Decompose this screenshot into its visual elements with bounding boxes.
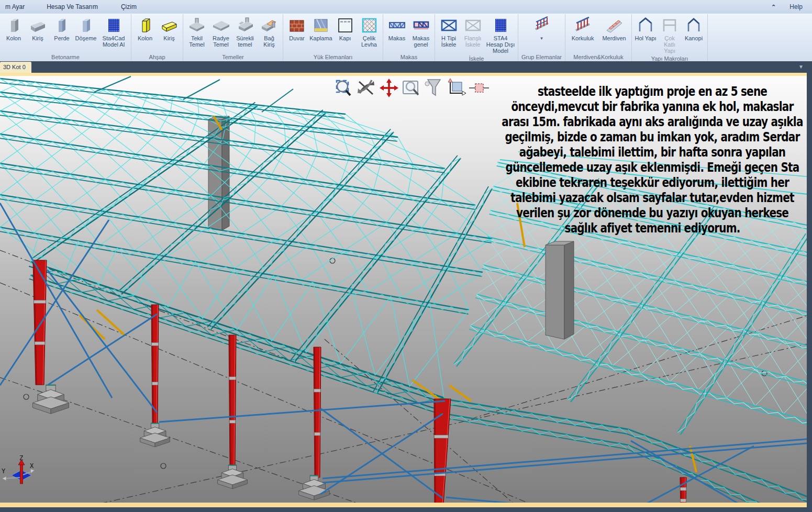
group-label-ahsap: Ahşap — [134, 53, 181, 62]
viewport-tab-3d-kot-0[interactable]: 3D Kot 0 — [0, 62, 31, 73]
section-plane-icon[interactable] — [469, 77, 489, 98]
dropdown-caret-icon[interactable]: ▾ — [540, 36, 543, 41]
makas-button[interactable]: Makas — [385, 15, 408, 42]
viewbar-dropdown-icon[interactable]: ▼ — [798, 64, 804, 70]
ucs-plane-icon[interactable] — [447, 77, 466, 98]
group-label-makas: Makas — [385, 53, 432, 62]
group-label-merdiven-korkuluk: Merdiven&Korkuluk — [568, 53, 629, 62]
help-button[interactable]: Help — [789, 3, 803, 10]
building-model-icon — [491, 16, 510, 35]
zoom-extents-icon[interactable] — [334, 77, 354, 98]
tie-beam-icon — [260, 16, 279, 35]
button-label: Tekil Temel — [185, 35, 208, 48]
button-label: Sta4Cad Model Al — [98, 35, 129, 48]
button-label: Merdiven — [602, 35, 626, 41]
kolon-betonarme-button[interactable]: Kolon — [2, 15, 25, 42]
button-label: Sürekli temel — [233, 35, 257, 48]
radye-temel-button[interactable]: Radye Temel — [209, 15, 232, 48]
button-label: Kanopi — [685, 35, 703, 41]
window-bottom-border — [0, 507, 812, 512]
viewport-bottom-edge — [0, 503, 812, 507]
steel-plate-icon — [360, 16, 379, 35]
ribbon-group-temeller: Tekil Temel Radye Temel Sürekli temel Ba… — [183, 14, 283, 62]
strip-footing-icon — [236, 16, 254, 35]
button-label: Makas genel — [409, 35, 432, 48]
door-icon — [336, 16, 354, 35]
kiris-ahsap-button[interactable]: Kiriş — [158, 15, 181, 42]
viewport-top-edge — [0, 73, 812, 76]
kolon-ahsap-button[interactable]: Kolon — [134, 15, 157, 42]
sta4-hesap-disi-model-button[interactable]: STA4 Hesap Dışı Model — [485, 15, 516, 54]
raft-footing-icon — [212, 16, 230, 35]
sta4cad-model-al-button[interactable]: Sta4Cad Model Al — [98, 15, 129, 48]
menu-item-hesap-ve-tasarim[interactable]: Hesap Ve Tasarım — [41, 1, 103, 13]
makas-genel-button[interactable]: Makas genel — [409, 15, 432, 48]
ribbon-group-iskele: H Tipi İskele Flanşlı İskele STA4 Hesap … — [435, 14, 518, 62]
merdiven-button[interactable]: Merdiven — [599, 15, 629, 42]
ribbon: Kolon Kiriş Perde Döşeme Sta4Cad Model A… — [0, 14, 812, 62]
ribbon-group-betonarme: Kolon Kiriş Perde Döşeme Sta4Cad Model A… — [0, 14, 131, 62]
group-label-temeller: Temeller — [185, 53, 281, 62]
ribbon-group-yuk-elemanlari: Duvar Kaplama Kapı Çelik Levha Yük Elema… — [283, 14, 383, 62]
rotate-view-icon[interactable] — [357, 77, 376, 98]
korkuluk-button[interactable]: Korkuluk — [568, 15, 598, 42]
button-label: Kolon — [6, 35, 21, 41]
truss-icon — [387, 16, 406, 35]
button-label: Çok Katlı Yapı — [658, 35, 681, 54]
button-label: Kiriş — [32, 35, 43, 41]
group-elements-icon — [532, 16, 551, 35]
viewport-tab-bar: 3D Kot 0 ▼ — [0, 61, 812, 73]
menu-item-cizim[interactable]: Çizim — [116, 1, 142, 13]
hol-yapi-button[interactable]: Hol Yapı — [634, 15, 657, 42]
concrete-beam-icon — [28, 16, 47, 35]
button-label: Korkuluk — [572, 35, 594, 41]
celik-levha-button[interactable]: Çelik Levha — [358, 15, 381, 48]
h-scaffold-icon — [439, 16, 458, 35]
wood-beam-icon — [160, 16, 179, 35]
grup-elemanlar-button[interactable]: ▾ — [527, 15, 557, 41]
slab-icon — [76, 16, 95, 35]
cladding-icon — [312, 16, 330, 35]
canopy-frame-icon — [684, 16, 703, 35]
button-label: H Tipi İskele — [437, 35, 460, 48]
button-label: Kaplama — [309, 35, 332, 41]
button-label: Kapı — [339, 35, 351, 41]
view-toolbar — [334, 77, 489, 98]
group-label-betonarme: Betonarme — [2, 53, 129, 62]
group-label-grup-elemanlar: Grup Elemanlar — [520, 53, 563, 62]
kanopi-button[interactable]: Kanopi — [682, 15, 705, 42]
button-label: Hol Yapı — [635, 35, 656, 41]
doseme-button[interactable]: Döşeme — [74, 15, 97, 42]
h-tipi-iskele-button[interactable]: H Tipi İskele — [437, 15, 460, 48]
menu-item-ayar[interactable]: m Ayar — [0, 1, 30, 13]
zoom-window-icon[interactable] — [402, 77, 421, 98]
button-label: Kiriş — [163, 35, 174, 41]
kaplama-button[interactable]: Kaplama — [309, 15, 332, 42]
button-label: Bağ Kiriş — [258, 35, 281, 48]
cok-katli-yapi-button: Çok Katlı Yapı — [658, 15, 681, 54]
railing-icon — [573, 16, 592, 35]
pan-view-icon[interactable] — [379, 77, 399, 98]
ribbon-collapse-icon[interactable]: ⌃ — [771, 4, 776, 10]
button-label: Radye Temel — [209, 35, 232, 48]
perde-button[interactable]: Perde — [50, 15, 73, 42]
ribbon-group-merdiven-korkuluk: Korkuluk Merdiven Merdiven&Korkuluk — [565, 14, 632, 62]
model-viewport[interactable] — [0, 0, 812, 512]
button-label: Çelik Levha — [358, 35, 381, 48]
surekli-temel-button[interactable]: Sürekli temel — [233, 15, 257, 48]
bag-kiris-button[interactable]: Bağ Kiriş — [258, 15, 281, 48]
kiris-betonarme-button[interactable]: Kiriş — [26, 15, 49, 42]
wood-column-icon — [136, 16, 154, 35]
tekil-temel-button[interactable]: Tekil Temel — [185, 15, 208, 48]
ribbon-group-ahsap: Kolon Kiriş Ahşap — [131, 14, 183, 62]
button-label: Kolon — [138, 35, 152, 41]
axis-label-z: Z — [19, 454, 23, 462]
truss-general-icon — [411, 16, 430, 35]
button-label: Döşeme — [75, 35, 97, 41]
duvar-button[interactable]: Duvar — [285, 15, 308, 42]
button-label: Duvar — [289, 35, 304, 41]
button-label: Makas — [388, 35, 405, 41]
kapi-button[interactable]: Kapı — [333, 15, 357, 42]
flansli-iskele-button: Flanşlı İskele — [461, 15, 484, 48]
filter-elements-icon[interactable] — [424, 77, 444, 98]
